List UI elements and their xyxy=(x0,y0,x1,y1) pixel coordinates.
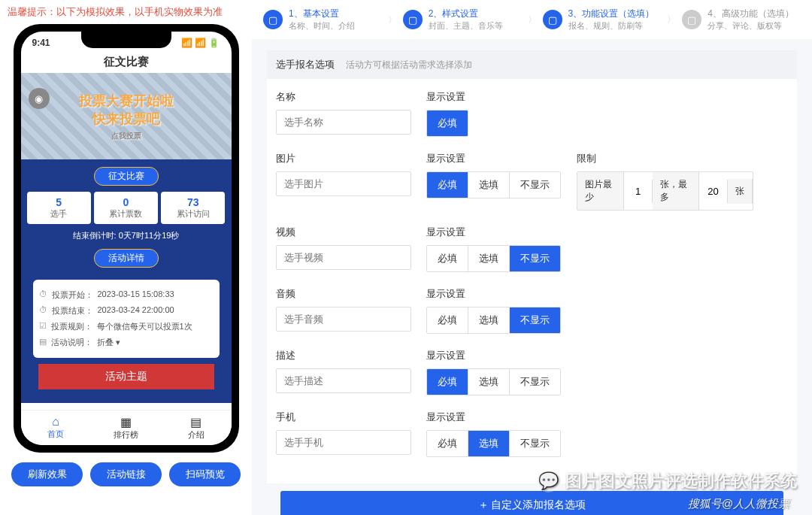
step-item[interactable]: ▢2、样式设置封面、主题、音乐等 xyxy=(403,8,522,32)
detail-row: ⏱投票开始：2023-03-15 15:08:33 xyxy=(39,287,214,303)
step-item[interactable]: ▢3、功能设置（选填）报名、规则、防刷等 xyxy=(543,8,662,32)
radio-required[interactable]: 必填 xyxy=(427,431,468,456)
step-item[interactable]: ▢1、基本设置名称、时间、介绍 xyxy=(263,8,382,32)
radio-required[interactable]: 必填 xyxy=(427,111,468,136)
radio-hidden[interactable]: 不显示 xyxy=(510,431,560,456)
banner: ◉ 投票大赛开始啦 快来投票吧 点我投票 xyxy=(21,73,232,159)
field-label: 图片 xyxy=(276,152,411,165)
app-title: 征文比赛 xyxy=(21,51,232,73)
nav-item[interactable]: ⌂首页 xyxy=(21,415,91,441)
phone-time: 9:41 xyxy=(32,38,50,48)
link-button[interactable]: 活动链接 xyxy=(90,462,162,486)
wechat-icon: 💬 xyxy=(537,470,559,492)
radio-required[interactable]: 必填 xyxy=(427,246,468,271)
countdown: 结束倒计时: 0天7时11分19秒 xyxy=(27,224,226,244)
field-label: 手机 xyxy=(276,410,411,424)
field-input[interactable] xyxy=(276,368,411,393)
field-input[interactable] xyxy=(276,171,411,196)
detail-row: ☑投票规则：每个微信每天可以投票1次 xyxy=(39,319,214,335)
field-input[interactable] xyxy=(276,110,411,135)
form-row: 手机 显示设置 必填 选填 不显示 xyxy=(276,410,788,457)
display-label: 显示设置 xyxy=(426,90,562,104)
detail-row: ⏱投票结束：2023-03-24 22:00:00 xyxy=(39,303,214,319)
disc-icon: ◉ xyxy=(29,88,50,109)
radio-optional[interactable]: 选填 xyxy=(468,172,510,198)
field-input[interactable] xyxy=(276,430,411,455)
radio-hidden[interactable]: 不显示 xyxy=(510,307,560,333)
form-header-title: 选手报名选项 xyxy=(276,58,335,71)
radio-optional[interactable]: 选填 xyxy=(468,431,510,456)
form-row: 音频 显示设置 必填 选填 不显示 xyxy=(276,287,788,334)
radio-hidden[interactable]: 不显示 xyxy=(510,246,560,271)
limit-max-input[interactable] xyxy=(699,180,728,203)
display-label: 显示设置 xyxy=(426,226,562,239)
radio-hidden[interactable]: 不显示 xyxy=(510,369,560,395)
status-icons: 📶 📶 🔋 xyxy=(181,38,220,48)
section-tag: 征文比赛 xyxy=(94,167,159,186)
field-label: 名称 xyxy=(276,90,411,104)
activity-theme: 活动主题 xyxy=(38,364,214,389)
stat-box: 73累计访问 xyxy=(161,192,225,224)
display-label: 显示设置 xyxy=(426,287,562,301)
radio-required[interactable]: 必填 xyxy=(427,369,468,395)
radio-optional[interactable]: 选填 xyxy=(468,369,510,395)
phone-frame: 9:41 📶 📶 🔋 征文比赛 ◉ 投票大赛开始啦 快来投票吧 点我投票 征文比… xyxy=(14,24,239,453)
nav-item[interactable]: ▦排行榜 xyxy=(91,415,161,441)
stat-box: 5选手 xyxy=(27,192,91,224)
watermark: 💬 图片图文照片评选制作软件系统 xyxy=(537,470,797,492)
form-row: 描述 显示设置 必填 选填 不显示 xyxy=(276,349,788,395)
field-label: 音频 xyxy=(276,287,411,301)
step-item[interactable]: ▢4、高级功能（选填）分享、评论、版权等 xyxy=(682,8,801,32)
field-input[interactable] xyxy=(276,307,411,332)
display-label: 显示设置 xyxy=(426,349,562,362)
radio-required[interactable]: 必填 xyxy=(427,172,468,198)
form-row: 名称 显示设置 必填 xyxy=(276,90,788,137)
radio-optional[interactable]: 选填 xyxy=(468,307,510,333)
display-label: 显示设置 xyxy=(426,152,562,165)
display-label: 显示设置 xyxy=(426,410,562,424)
detail-row: ▤活动说明：折叠 ▾ xyxy=(39,335,214,350)
radio-required[interactable]: 必填 xyxy=(427,307,468,333)
radio-optional[interactable]: 选填 xyxy=(468,246,510,271)
detail-tag: 活动详情 xyxy=(94,249,159,268)
form-row: 视频 显示设置 必填 选填 不显示 xyxy=(276,226,788,272)
field-label: 描述 xyxy=(276,349,411,362)
radio-hidden[interactable]: 不显示 xyxy=(510,172,560,198)
limit-group: 图片最少 张，最多 张 xyxy=(577,171,753,211)
field-input[interactable] xyxy=(276,245,411,270)
refresh-button[interactable]: 刷新效果 xyxy=(11,462,83,486)
nav-item[interactable]: ▤介绍 xyxy=(161,415,231,441)
warning-text: 温馨提示：以下为模拟效果，以手机实物效果为准 xyxy=(8,4,244,20)
form-header-sub: 活动方可根据活动需求选择添加 xyxy=(346,59,472,71)
form-row: 图片 显示设置 必填 选填 不显示 限制 图片最少 张，最多 张 xyxy=(276,152,788,211)
stat-box: 0累计票数 xyxy=(94,192,158,224)
watermark-sub: 搜狐号@人人微投票 xyxy=(688,497,789,511)
scan-button[interactable]: 扫码预览 xyxy=(169,462,241,486)
field-label: 视频 xyxy=(276,226,411,239)
limit-min-input[interactable] xyxy=(624,180,653,203)
